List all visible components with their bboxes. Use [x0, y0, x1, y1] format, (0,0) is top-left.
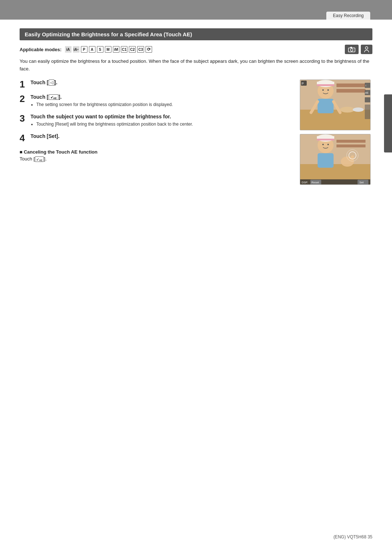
page-footer: (ENG) VQT5H68 35 — [334, 534, 372, 539]
svg-rect-37 — [318, 153, 334, 168]
step-3-content: Touch the subject you want to optimize t… — [30, 114, 293, 128]
svg-rect-41 — [351, 155, 354, 163]
svg-text:P: P — [302, 82, 304, 85]
svg-point-10 — [353, 107, 364, 112]
header-tab: Easy Recording — [326, 12, 370, 20]
step-1-content: Touch [◁]. — [30, 80, 293, 87]
step-4: 4 Touch [Set]. — [20, 133, 293, 143]
svg-rect-27 — [365, 105, 370, 119]
mode-m: M — [105, 46, 111, 53]
mode-a: A — [89, 46, 95, 53]
mode-c2: C2 — [129, 46, 136, 53]
steps-left: 1 Touch [◁]. 2 Touch [↙AE]. — [20, 80, 293, 185]
svg-rect-30 — [300, 134, 371, 164]
svg-point-18 — [327, 89, 329, 91]
preview-image-2: DSP. Reset Set — [300, 134, 371, 185]
step-3-bullet: Touching [Reset] will bring the brightne… — [36, 121, 293, 127]
person-icon — [361, 45, 372, 54]
canceling-title: Canceling the Touch AE function — [20, 149, 293, 155]
step-2: 2 Touch [↙AE]. The setting screen for th… — [20, 94, 293, 109]
steps-area: 1 Touch [◁]. 2 Touch [↙AE]. — [20, 80, 372, 185]
step-2-title: Touch [↙AE]. — [30, 94, 293, 100]
svg-point-17 — [322, 89, 324, 91]
step-2-number: 2 — [20, 94, 28, 103]
mode-custom: ⟳ — [146, 46, 152, 53]
svg-text:Reset: Reset — [311, 181, 319, 184]
svg-point-9 — [340, 107, 355, 113]
mode-icons-list: iA iA+ P A S M iM C1 C2 C3 ⟳ — [65, 46, 152, 53]
step-1-icon: ◁ — [49, 80, 54, 86]
mode-ia-plus: iA+ — [73, 46, 79, 53]
step-1-number: 1 — [20, 80, 28, 89]
svg-text:i: i — [366, 84, 366, 87]
svg-text:AE: AE — [365, 91, 369, 94]
step-2-content: Touch [↙AE]. The setting screen for the … — [30, 94, 293, 109]
mode-c1: C1 — [121, 46, 128, 53]
svg-point-1 — [351, 49, 353, 51]
page-container: Easy Recording Easily Optimizing the Bri… — [0, 0, 392, 554]
svg-rect-36 — [317, 139, 334, 140]
step-2-bullet: The setting screen for the brightness op… — [36, 101, 293, 108]
header-bar: Easy Recording — [0, 0, 392, 20]
main-content: Easily Optimizing the Brightness for a S… — [0, 20, 392, 199]
mode-ia: iA — [65, 46, 72, 53]
step-4-title: Touch [Set]. — [30, 133, 293, 139]
step-4-content: Touch [Set]. — [30, 133, 293, 140]
canceling-section: Canceling the Touch AE function Touch [↙… — [20, 149, 293, 162]
mode-im: iM — [113, 46, 119, 53]
mode-c3: C3 — [137, 46, 144, 53]
step-1-title: Touch [◁]. — [30, 80, 293, 86]
svg-rect-2 — [350, 47, 352, 48]
step-1: 1 Touch [◁]. — [20, 80, 293, 89]
header-tab-label: Easy Recording — [333, 13, 364, 18]
step-4-number: 4 — [20, 133, 28, 143]
steps-right: P i AE — [300, 80, 372, 185]
svg-point-39 — [327, 144, 329, 145]
svg-rect-8 — [336, 89, 366, 93]
svg-rect-19 — [317, 84, 334, 86]
svg-text:Set: Set — [359, 181, 364, 184]
svg-text:DSP.: DSP. — [302, 181, 308, 184]
section-title: Easily Optimizing the Brightness for a S… — [20, 28, 372, 40]
svg-rect-14 — [318, 99, 334, 113]
step-3-number: 3 — [20, 114, 28, 123]
intro-text: You can easily optimize the brightness f… — [20, 58, 372, 73]
svg-rect-31 — [336, 140, 366, 143]
applicable-modes: Applicable modes: iA iA+ P A S M iM C1 C… — [20, 45, 372, 54]
svg-rect-32 — [336, 144, 366, 147]
step-3: 3 Touch the subject you want to optimize… — [20, 114, 293, 128]
svg-rect-7 — [336, 83, 366, 87]
mode-s: S — [97, 46, 103, 53]
canceling-icon: ↙AE — [35, 156, 44, 162]
camera-icon — [345, 45, 359, 54]
svg-rect-26 — [365, 97, 370, 102]
mode-p: P — [81, 46, 87, 53]
applicable-modes-label: Applicable modes: — [20, 47, 62, 52]
preview-image-1: P i AE — [300, 80, 371, 130]
sidebar-tab — [384, 94, 392, 152]
canceling-text: Touch [↙AE]. — [20, 156, 293, 162]
svg-point-3 — [366, 47, 368, 49]
mode-icons-right — [345, 45, 372, 54]
step-2-icon: ↙AE — [49, 94, 59, 100]
footer-text: (ENG) VQT5H68 35 — [334, 534, 372, 539]
step-3-title: Touch the subject you want to optimize t… — [30, 114, 293, 119]
svg-point-38 — [322, 144, 324, 145]
